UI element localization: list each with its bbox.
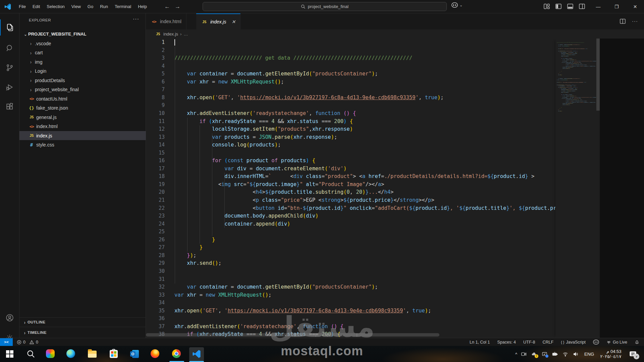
battery-icon[interactable] <box>552 351 558 357</box>
language-indicator[interactable]: ENG <box>584 352 594 357</box>
language-mode[interactable]: { } JavaScript <box>561 340 586 345</box>
nav-back-icon[interactable]: ← <box>164 3 170 10</box>
minimize-button[interactable]: — <box>589 0 607 13</box>
activity-bar <box>0 13 19 338</box>
tab-index.html[interactable]: <>index.html <box>146 13 186 29</box>
clock[interactable]: 04:53 م ٢٠٢٥/٠٤/١٧ <box>600 349 621 359</box>
explorer-item-fake_store.json[interactable]: {}fake_store.json <box>19 104 146 113</box>
editor-more-actions-icon[interactable]: ··· <box>632 18 638 24</box>
explorer-item-.vscode[interactable]: ›.vscode <box>19 39 146 48</box>
outline-section[interactable]: › OUTLINE <box>19 317 146 326</box>
go-live-button[interactable]: Go Live <box>606 340 627 345</box>
horizontal-scrollbar[interactable] <box>146 333 439 337</box>
menu-item-help[interactable]: Help <box>135 3 150 10</box>
command-center-search[interactable]: project_website_final <box>203 2 447 11</box>
taskbar-icon-chrome[interactable] <box>172 349 181 359</box>
customize-layout-icon[interactable] <box>543 3 550 10</box>
explorer-item-img[interactable]: ›img <box>19 57 146 66</box>
hidden-icons-chevron[interactable]: ^ <box>515 352 517 357</box>
account-icon[interactable] <box>0 310 19 326</box>
code-editor[interactable]: 1234567891011121314151617181920212223242… <box>146 39 600 338</box>
minimap-line: xhr.open('GET', 'https://mocki.io/v1/3b9… <box>557 82 586 83</box>
problems-button[interactable]: 0 0 <box>17 340 38 345</box>
onedrive-alert-icon[interactable]: ! <box>531 351 537 357</box>
taskbar-icon-vscode[interactable] <box>192 349 201 359</box>
toggle-panel-icon[interactable] <box>567 3 574 10</box>
explorer-item-cart[interactable]: ›cart <box>19 48 146 57</box>
explorer-item-style.css[interactable]: #style.css <box>19 140 146 149</box>
taskbar-icon-start[interactable] <box>5 349 14 359</box>
code-line: xhr.addEventListener('readystatechange',… <box>174 323 343 331</box>
timeline-section[interactable]: › TIMELINE <box>19 327 146 338</box>
indent-guide <box>187 118 187 252</box>
explorer-item-general.js[interactable]: JSgeneral.js <box>19 113 146 122</box>
eol-setting[interactable]: CRLF <box>542 340 553 345</box>
vscode-logo-icon <box>4 3 11 10</box>
menu-item-terminal[interactable]: Terminal <box>111 3 135 10</box>
vertical-scrollbar[interactable] <box>596 39 600 111</box>
remote-indicator[interactable]: >< <box>0 338 13 346</box>
explorer-item-contactUs.html[interactable]: <>contactUs.html <box>19 94 146 103</box>
css-file-icon: # <box>28 142 35 147</box>
line-number: 32 <box>148 283 165 291</box>
cursor-position[interactable]: Ln 1, Col 1 <box>470 340 490 345</box>
restore-button[interactable]: ❐ <box>607 0 626 13</box>
item-label: fake_store.json <box>36 105 68 111</box>
taskbar-icon-store[interactable] <box>109 349 118 359</box>
wifi-icon[interactable] <box>562 351 568 357</box>
menu-item-view[interactable]: View <box>68 3 84 10</box>
taskbar-icon-copilot[interactable] <box>46 349 55 359</box>
menu-item-file[interactable]: File <box>15 3 29 10</box>
line-number: 34 <box>148 299 165 307</box>
search-view-icon[interactable] <box>0 40 19 56</box>
run-debug-icon[interactable] <box>0 79 19 95</box>
close-icon[interactable]: ✕ <box>231 19 235 24</box>
bell-icon[interactable] <box>635 340 639 345</box>
explorer-item-productDetails[interactable]: ›productDetails <box>19 76 146 85</box>
explorer-view-icon[interactable] <box>0 19 19 36</box>
cast-sync-icon[interactable] <box>542 351 547 357</box>
explorer-item-index.html[interactable]: <>index.html <box>19 122 146 131</box>
meet-now-icon[interactable] <box>521 351 527 357</box>
volume-icon[interactable] <box>573 351 579 357</box>
line-number: 7 <box>148 86 165 94</box>
item-label: index.js <box>36 133 52 138</box>
tab-label: index.html <box>160 19 181 24</box>
close-button[interactable]: ✕ <box>626 0 644 13</box>
copilot-button[interactable]: ⌄ <box>451 2 463 8</box>
code-line: var container = document.getElementById(… <box>174 283 378 291</box>
minimap[interactable]: //////////////////////////// get data //… <box>555 39 596 338</box>
toggle-primary-sidebar-icon[interactable] <box>555 3 562 10</box>
breadcrumb[interactable]: JS index.js › … <box>146 29 644 39</box>
extensions-icon[interactable] <box>0 99 19 115</box>
taskbar-icon-outlook[interactable]: O <box>130 349 140 359</box>
chevron-down-icon: ⌄ <box>23 31 28 37</box>
braces-icon: { } <box>561 340 564 344</box>
toggle-secondary-sidebar-icon[interactable] <box>579 3 585 10</box>
taskbar-icon-edge[interactable] <box>66 349 76 359</box>
notification-center-icon[interactable]: ٢ <box>629 351 637 357</box>
menu-item-selection[interactable]: Selection <box>43 3 68 10</box>
code-line: xhr.open('GET', 'https://mocki.io/v1/3b9… <box>174 94 444 102</box>
menu-item-run[interactable]: Run <box>97 3 111 10</box>
tab-index.js[interactable]: JSindex.js✕ <box>196 13 240 29</box>
code-line: var products = JSON.parse(xhr.response); <box>174 133 337 141</box>
taskbar-icon-explorer[interactable] <box>88 349 97 359</box>
menu-item-edit[interactable]: Edit <box>29 3 43 10</box>
nav-forward-icon[interactable]: → <box>175 3 180 10</box>
explorer-more-actions-icon[interactable]: ··· <box>133 16 139 22</box>
indentation-setting[interactable]: Spaces: 4 <box>497 340 516 345</box>
taskbar-icon-firefox[interactable] <box>151 349 160 359</box>
title-bar: FileEditSelectionViewGoRunTerminalHelp ←… <box>0 0 644 13</box>
copilot-status-icon[interactable] <box>593 340 599 345</box>
source-control-icon[interactable] <box>0 60 19 76</box>
explorer-root-folder[interactable]: ⌄ PROJECT_WEBSITE_FINAL <box>19 29 146 39</box>
explorer-item-project_website_final[interactable]: ›project_website_final <box>19 85 146 94</box>
split-editor-icon[interactable] <box>620 18 626 24</box>
taskbar-icon-search[interactable] <box>26 349 36 359</box>
encoding-setting[interactable]: UTF-8 <box>523 340 535 345</box>
line-number: 28 <box>148 252 165 260</box>
menu-item-go[interactable]: Go <box>84 3 97 10</box>
explorer-item-Login[interactable]: ›Login <box>19 67 146 76</box>
explorer-item-index.js[interactable]: JSindex.js <box>19 131 146 140</box>
